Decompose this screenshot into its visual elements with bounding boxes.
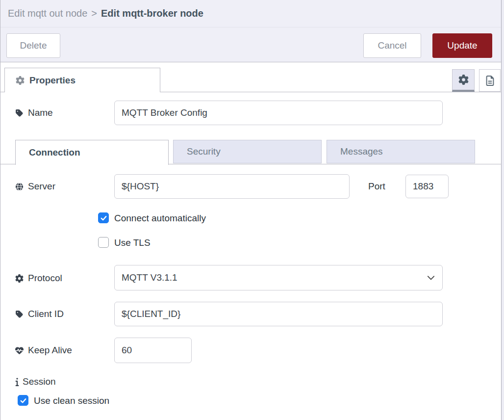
breadcrumb-separator: > <box>91 8 97 19</box>
tab-messages[interactable]: Messages <box>327 140 475 163</box>
page-title: Edit mqtt-broker node <box>101 8 203 19</box>
tag-icon <box>15 109 24 117</box>
use-tls-checkbox[interactable] <box>98 237 109 248</box>
clean-session-checkbox[interactable] <box>18 395 28 406</box>
keep-alive-label: Keep Alive <box>15 345 72 356</box>
tag-icon <box>15 310 24 318</box>
client-id-label: Client ID <box>15 309 64 319</box>
cancel-button[interactable]: Cancel <box>363 33 421 58</box>
dialog-content: Properties Name Connection Security Mess… <box>0 63 501 420</box>
client-id-label-text: Client ID <box>28 309 64 319</box>
tab-connection[interactable]: Connection <box>15 140 169 165</box>
edit-node-dialog: Edit mqtt out node > Edit mqtt-broker no… <box>0 0 502 420</box>
gear-icon <box>458 75 469 85</box>
protocol-label-text: Protocol <box>28 273 62 284</box>
protocol-select[interactable]: MQTT V3.1.1 <box>114 265 443 290</box>
dialog-toolbar: Delete Cancel Update <box>0 27 501 62</box>
chevron-down-icon <box>427 273 435 282</box>
tab-security[interactable]: Security <box>173 140 322 163</box>
session-label-text: Session <box>23 376 56 387</box>
server-input[interactable] <box>114 174 350 199</box>
breadcrumb: Edit mqtt out node > Edit mqtt-broker no… <box>0 0 501 27</box>
properties-view-button[interactable] <box>452 69 475 92</box>
protocol-label: Protocol <box>15 273 62 284</box>
document-icon <box>485 76 495 86</box>
check-icon <box>100 214 107 222</box>
server-label: Server <box>15 181 55 192</box>
heartbeat-icon <box>15 346 24 355</box>
tab-properties[interactable]: Properties <box>4 68 160 92</box>
globe-icon <box>15 183 24 191</box>
port-input[interactable] <box>405 175 449 198</box>
server-label-text: Server <box>28 181 55 192</box>
update-button[interactable]: Update <box>432 33 492 58</box>
protocol-value: MQTT V3.1.1 <box>122 272 177 283</box>
tab-messages-label: Messages <box>340 146 383 157</box>
tab-security-label: Security <box>187 146 221 157</box>
connect-automatically-checkbox[interactable] <box>98 212 109 223</box>
gear-icon <box>15 274 24 283</box>
description-view-button[interactable] <box>479 69 501 92</box>
name-input[interactable] <box>114 101 443 125</box>
tab-connection-label: Connection <box>29 147 80 158</box>
port-label-text: Port <box>368 181 385 192</box>
use-tls-label[interactable]: Use TLS <box>114 237 151 248</box>
gear-icon <box>16 76 25 85</box>
keep-alive-input[interactable] <box>114 338 192 363</box>
check-icon <box>20 397 27 404</box>
connect-automatically-label[interactable]: Connect automatically <box>114 213 206 224</box>
name-label: Name <box>15 107 53 118</box>
name-label-text: Name <box>28 107 53 118</box>
keep-alive-label-text: Keep Alive <box>28 345 72 356</box>
session-label: Session <box>15 376 56 387</box>
clean-session-label[interactable]: Use clean session <box>34 395 109 406</box>
client-id-input[interactable] <box>114 302 443 326</box>
tab-properties-label: Properties <box>29 75 76 86</box>
info-icon <box>15 377 19 386</box>
port-label: Port <box>368 181 385 192</box>
breadcrumb-parent[interactable]: Edit mqtt out node <box>8 8 87 19</box>
delete-button[interactable]: Delete <box>6 33 60 58</box>
